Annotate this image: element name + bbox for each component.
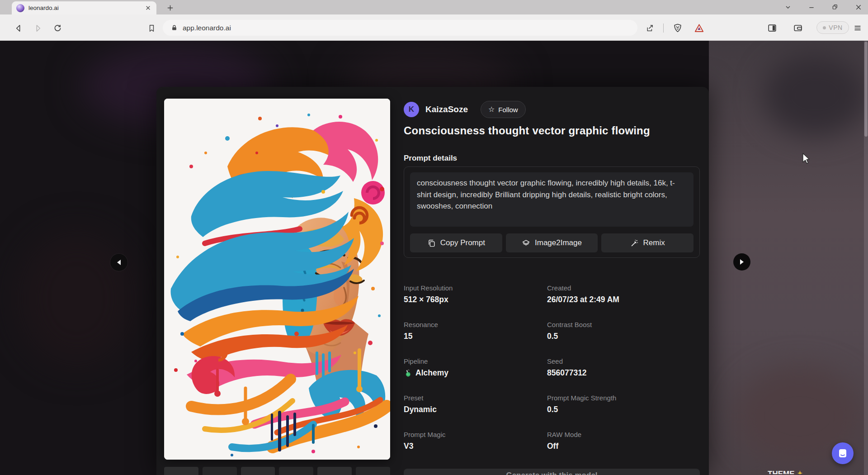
watermark-text: THEME	[768, 470, 795, 474]
forward-button[interactable]	[32, 22, 43, 34]
meta-contrast-boost: Contrast Boost 0.5	[547, 321, 700, 341]
metadata-grid: Input Resolution 512 × 768px Created 26/…	[404, 284, 700, 451]
layers-icon	[522, 239, 530, 247]
creator-header: K KaizaSoze ☆ Follow	[404, 100, 526, 119]
vpn-status-dot	[823, 26, 826, 29]
meta-value: Alchemy	[415, 368, 448, 378]
screen: leonardo.ai	[0, 0, 868, 475]
page-scrollbar[interactable]	[864, 41, 868, 475]
back-button[interactable]	[13, 22, 24, 34]
url-text: app.leonardo.ai	[183, 24, 231, 32]
meta-prompt-magic: Prompt Magic V3	[404, 431, 547, 451]
meta-created: Created 26/07/23 at 2:49 AM	[547, 284, 700, 304]
creator-username[interactable]: KaizaSoze	[425, 104, 468, 114]
chat-bubble-icon	[837, 448, 848, 459]
meta-label: Contrast Boost	[547, 321, 700, 328]
leonardo-favicon	[16, 4, 24, 12]
meta-value: 26/07/23 at 2:49 AM	[547, 295, 619, 304]
chevron-right-icon	[739, 259, 745, 265]
reload-button[interactable]	[52, 22, 63, 34]
image2image-button[interactable]: Image2Image	[506, 233, 598, 252]
meta-value: V3	[404, 442, 413, 451]
flask-icon	[403, 368, 413, 378]
thumbnail[interactable]	[317, 467, 352, 475]
chevron-left-icon	[116, 259, 122, 266]
tab-title: leonardo.ai	[28, 5, 140, 11]
meta-preset: Preset Dynamic	[404, 394, 547, 414]
brave-shield-icon[interactable]	[672, 22, 684, 34]
meta-value: 15	[404, 332, 412, 341]
meta-label: Seed	[547, 357, 700, 365]
copy-prompt-button[interactable]: Copy Prompt	[410, 233, 502, 252]
star-icon: ☆	[488, 106, 495, 113]
vpn-label: VPN	[829, 24, 842, 31]
support-chat-button[interactable]	[832, 442, 854, 464]
thumbnail[interactable]	[356, 467, 390, 475]
details-panel: K KaizaSoze ☆ Follow Consciousness thoug…	[404, 87, 700, 475]
wallet-icon[interactable]	[792, 22, 804, 34]
meta-label: Resonance	[404, 321, 547, 328]
meta-value: Off	[547, 442, 558, 451]
thumbnail[interactable]	[241, 467, 275, 475]
generation-title: Consciousness thought vector graphic flo…	[404, 124, 650, 137]
image-detail-modal: K KaizaSoze ☆ Follow Consciousness thoug…	[156, 87, 709, 475]
copy-prompt-label: Copy Prompt	[440, 238, 485, 247]
meta-pipeline: Pipeline Alchemy	[404, 357, 547, 378]
meta-label: RAW Mode	[547, 431, 700, 438]
prompt-text: consciousness thought vector graphic flo…	[410, 172, 693, 227]
thumbnail[interactable]	[279, 467, 313, 475]
next-image-button[interactable]	[733, 253, 750, 271]
mouse-cursor	[802, 153, 812, 166]
generated-image	[164, 99, 390, 460]
tab-close-icon[interactable]	[144, 4, 152, 12]
restore-button[interactable]	[830, 2, 840, 12]
vpn-button[interactable]: VPN	[816, 21, 849, 34]
share-button[interactable]	[644, 22, 656, 34]
meta-label: Prompt Magic	[404, 431, 547, 438]
remix-label: Remix	[643, 238, 665, 247]
meta-value: 0.5	[547, 405, 558, 414]
previous-image-button[interactable]	[110, 254, 127, 271]
browser-tab[interactable]: leonardo.ai	[12, 1, 156, 14]
minimize-button[interactable]	[807, 2, 816, 12]
bookmarks-icon[interactable]	[146, 22, 157, 34]
brave-rewards-triangle-icon[interactable]	[693, 22, 705, 34]
meta-input-resolution: Input Resolution 512 × 768px	[404, 284, 547, 304]
tab-search-chevron-icon[interactable]	[783, 2, 793, 12]
generate-with-model-label: Generate with this model	[506, 471, 597, 475]
follow-button[interactable]: ☆ Follow	[481, 101, 526, 118]
page-backdrop: K KaizaSoze ☆ Follow Consciousness thoug…	[0, 41, 868, 475]
image2image-label: Image2Image	[535, 238, 582, 247]
backdrop-blob	[18, 231, 136, 366]
sidebar-toggle-icon[interactable]	[766, 22, 778, 34]
backdrop-right-zone	[709, 41, 868, 475]
generate-with-model-button[interactable]: Generate with this model	[404, 469, 700, 475]
url-bar[interactable]: app.leonardo.ai	[163, 20, 637, 36]
scrollbar-thumb[interactable]	[864, 42, 868, 137]
related-thumbnails-strip	[164, 467, 390, 475]
window-controls	[783, 0, 863, 14]
meta-resonance: Resonance 15	[404, 321, 547, 341]
meta-prompt-magic-strength: Prompt Magic Strength 0.5	[547, 394, 700, 414]
watermark-spark-icon: ✦	[797, 470, 803, 474]
browser-tabstrip: leonardo.ai	[0, 0, 868, 14]
meta-value: 0.5	[547, 332, 558, 341]
thumbnail[interactable]	[164, 467, 198, 475]
meta-label: Input Resolution	[404, 284, 547, 292]
follow-label: Follow	[498, 106, 518, 114]
close-window-button[interactable]	[854, 2, 863, 12]
new-tab-button[interactable]	[165, 3, 175, 12]
toolbar-separator	[663, 24, 664, 33]
lock-icon	[171, 24, 178, 31]
meta-value: 512 × 768px	[404, 295, 448, 304]
remix-button[interactable]: Remix	[601, 233, 693, 252]
avatar[interactable]: K	[404, 102, 419, 117]
backdrop-blob	[763, 54, 867, 136]
copy-icon	[427, 239, 436, 247]
prompt-container: consciousness thought vector graphic flo…	[404, 166, 700, 258]
watermark: THEME ✦	[768, 470, 802, 474]
wand-icon	[630, 239, 639, 247]
menu-hamburger-icon[interactable]	[852, 22, 863, 34]
prompt-actions: Copy Prompt Image2Image Remix	[410, 233, 693, 252]
thumbnail[interactable]	[203, 467, 237, 475]
